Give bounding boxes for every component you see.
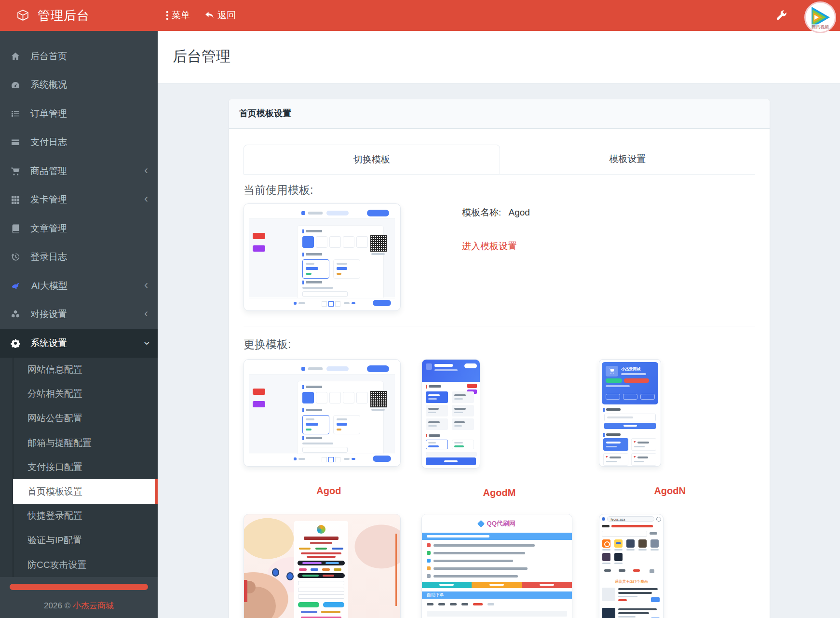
template-thumbnail-anime[interactable] bbox=[244, 514, 401, 618]
submenu-substation[interactable]: 分站相关配置 bbox=[0, 382, 158, 406]
section-divider bbox=[244, 326, 755, 326]
template-name-agodn: AgodN bbox=[584, 485, 755, 497]
cube-logo-icon bbox=[16, 9, 29, 22]
qg-logo-text: QQ代刷网 bbox=[487, 519, 515, 528]
sidebar-item-home[interactable]: 后台首页 bbox=[0, 42, 158, 71]
mock-footer-bar bbox=[249, 298, 395, 308]
menu-label: 菜单 bbox=[172, 9, 190, 22]
diamond-icon bbox=[477, 520, 485, 527]
page-title: 后台管理 bbox=[158, 31, 840, 67]
brand[interactable]: 管理后台 bbox=[0, 0, 158, 31]
avatar-caption: 腾讯视频 bbox=[806, 24, 835, 30]
template-name-row: 模板名称: Agod bbox=[462, 206, 530, 219]
template-thumbnail-agodm[interactable] bbox=[421, 359, 480, 469]
sidebar-item-integration[interactable]: 对接设置 ‹ bbox=[0, 300, 158, 329]
back-button[interactable]: 返回 bbox=[204, 9, 236, 22]
change-template-heading: 更换模板: bbox=[244, 337, 755, 352]
book-icon bbox=[11, 224, 20, 233]
tab-switch-template[interactable]: 切换模板 bbox=[244, 145, 500, 175]
template-thumbnail-fecos[interactable]: fecos.asa bbox=[599, 514, 664, 618]
system-settings-submenu: 网站信息配置 分站相关配置 网站公告配置 邮箱与提醒配置 支付接口配置 首页模板… bbox=[0, 358, 158, 577]
footer-site-link[interactable]: 小杰云商城 bbox=[73, 601, 114, 610]
submenu-email-reminder[interactable]: 邮箱与提醒配置 bbox=[0, 430, 158, 455]
submenu-site-info[interactable]: 网站信息配置 bbox=[0, 358, 158, 382]
whale-icon bbox=[11, 281, 21, 291]
credit-card-icon bbox=[11, 137, 20, 147]
cart-icon bbox=[11, 166, 20, 176]
submenu-verify-ip[interactable]: 验证与IP配置 bbox=[0, 528, 158, 553]
anime-center-panel bbox=[294, 521, 348, 618]
chevron-left-icon: ‹ bbox=[144, 164, 148, 176]
fecos-address-bar: fecos.asa bbox=[607, 516, 654, 522]
agodn-shop-title: 小杰云商城 bbox=[621, 366, 640, 372]
template-name-value: Agod bbox=[509, 207, 530, 217]
template-name-agodm: AgodM bbox=[414, 487, 585, 498]
template-thumbnail-agod[interactable] bbox=[244, 359, 401, 467]
anime-side-ribbon bbox=[244, 580, 247, 602]
anime-art bbox=[272, 568, 279, 577]
mock-navbar bbox=[249, 208, 395, 219]
submenu-announcement[interactable]: 网站公告配置 bbox=[0, 406, 158, 431]
home-icon bbox=[11, 52, 20, 61]
template-settings-card: 首页模板设置 切换模板 模板设置 当前使用模板: bbox=[229, 99, 770, 618]
history-icon bbox=[11, 252, 20, 262]
sidebar-item-payment-log[interactable]: 支付日志 bbox=[0, 128, 158, 157]
wrench-icon[interactable] bbox=[775, 10, 787, 22]
sidebar-item-articles[interactable]: 文章管理 bbox=[0, 214, 158, 243]
back-label: 返回 bbox=[217, 9, 236, 22]
template-name-agod: Agod bbox=[244, 485, 414, 497]
current-template-thumbnail bbox=[244, 203, 401, 311]
sidebar-toggle[interactable]: 菜单 bbox=[166, 9, 190, 22]
grid-icon bbox=[11, 195, 20, 204]
sidebar-item-card-issuing[interactable]: 发卡管理 ‹ bbox=[0, 186, 158, 215]
enter-template-settings-link[interactable]: 进入模板设置 bbox=[462, 240, 517, 253]
fecos-product-row bbox=[602, 587, 661, 603]
submenu-quick-login[interactable]: 快捷登录配置 bbox=[0, 504, 158, 528]
template-name-label: 模板名称: bbox=[462, 207, 501, 217]
chevron-left-icon: ‹ bbox=[144, 193, 148, 204]
sidebar-item-ai-model[interactable]: AI大模型 ‹ bbox=[0, 271, 158, 300]
top-header-bar: 管理后台 菜单 返回 bbox=[0, 0, 840, 31]
qg-order-section-bar: 自助下单 bbox=[422, 591, 572, 599]
template-thumbnail-qg[interactable]: QQ代刷网 bbox=[421, 514, 572, 618]
qg-header: QQ代刷网 bbox=[422, 514, 572, 533]
submenu-anti-cc[interactable]: 防CC攻击设置 bbox=[0, 552, 158, 577]
current-template-heading: 当前使用模板: bbox=[244, 183, 755, 198]
sidebar-item-login-log[interactable]: 登录日志 bbox=[0, 243, 158, 272]
back-arrow-icon bbox=[204, 11, 214, 20]
cubes-icon bbox=[11, 309, 20, 319]
template-thumbnail-agodn[interactable]: 小杰云商城 bbox=[599, 359, 661, 467]
gauge-icon bbox=[11, 80, 20, 90]
page-title-band: 后台管理 bbox=[158, 31, 840, 83]
list-icon bbox=[11, 109, 20, 119]
fecos-product-row bbox=[602, 607, 661, 618]
qr-code bbox=[370, 235, 387, 252]
sidebar-item-products[interactable]: 商品管理 ‹ bbox=[0, 157, 158, 186]
sidebar-item-orders[interactable]: 订单管理 bbox=[0, 99, 158, 128]
chevron-left-icon: ‹ bbox=[144, 308, 148, 319]
chevron-left-icon: ‹ bbox=[144, 279, 148, 291]
sidebar-footer: 2026 © 小杰云商城 bbox=[0, 600, 158, 611]
gear-icon bbox=[11, 338, 20, 348]
template-tabs: 切换模板 模板设置 bbox=[244, 145, 755, 175]
sidebar-item-system-settings[interactable]: 系统设置 ‹ bbox=[0, 329, 158, 358]
submenu-payment-api[interactable]: 支付接口配置 bbox=[0, 455, 158, 480]
sidebar-accent-bar bbox=[10, 584, 148, 590]
qr-code bbox=[370, 390, 387, 408]
mock-buy-button bbox=[426, 457, 476, 465]
sidebar: 后台首页 系统概况 订单管理 支付日志 商品管理 ‹ 发卡管理 bbox=[0, 31, 158, 618]
submenu-home-template[interactable]: 首页模板设置 bbox=[13, 479, 158, 504]
cart-icon bbox=[609, 368, 615, 374]
chevron-down-icon: ‹ bbox=[140, 341, 152, 345]
content-area: 首页模板设置 切换模板 模板设置 当前使用模板: bbox=[158, 83, 840, 618]
user-avatar[interactable]: 腾讯视频 bbox=[804, 1, 836, 33]
app-title: 管理后台 bbox=[38, 7, 90, 24]
fecos-product-count: 系统共有387个商品 bbox=[599, 579, 663, 584]
menu-dots-icon bbox=[166, 11, 168, 20]
admin-backend-screen: 管理后台 菜单 返回 腾讯视频 bbox=[0, 0, 840, 618]
sidebar-item-overview[interactable]: 系统概况 bbox=[0, 71, 158, 100]
tab-template-settings[interactable]: 模板设置 bbox=[500, 145, 756, 174]
card-title: 首页模板设置 bbox=[229, 99, 770, 129]
